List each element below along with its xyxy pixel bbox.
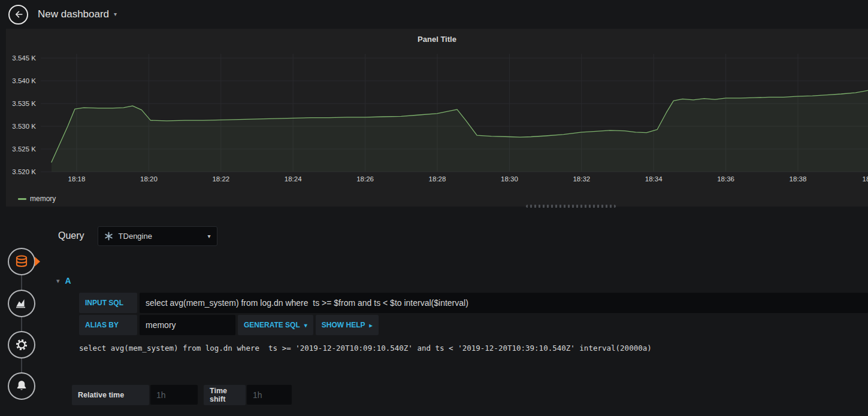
svg-text:3.540 K: 3.540 K [12,77,36,84]
tab-queries[interactable] [8,248,35,275]
input-sql-input[interactable] [140,293,868,313]
relative-time-input[interactable] [150,385,198,405]
chevron-down-icon: ▾ [114,11,117,17]
query-section-label: Query [58,230,84,241]
show-help-button[interactable]: SHOW HELP ▸ [316,315,379,335]
top-bar: New dashboard ▾ [0,0,868,29]
time-series-chart[interactable]: 3.545 K3.540 K3.535 K3.530 K3.525 K3.520… [6,29,868,207]
input-sql-row: INPUT SQL [79,293,868,313]
tdengine-logo-icon [104,232,113,241]
tab-alert[interactable] [8,372,35,400]
svg-text:18:36: 18:36 [717,175,734,183]
query-ref-letter: A [65,276,71,286]
svg-text:18:30: 18:30 [501,175,518,183]
datasource-picker[interactable]: TDengine ▾ [98,226,217,246]
dashboard-title: New dashboard [38,8,109,20]
alias-by-row: ALIAS BY GENERATE SQL ▾ SHOW HELP ▸ [79,315,868,335]
time-shift-label: Time shift [204,385,246,405]
svg-text:18:32: 18:32 [573,175,590,183]
back-button[interactable] [8,5,28,25]
horizontal-scrollbar[interactable] [526,205,616,208]
legend-item-memory[interactable]: memory [18,195,56,203]
legend-color-swatch [18,198,26,200]
svg-text:3.530 K: 3.530 K [12,123,36,130]
active-tab-arrow [35,257,40,266]
svg-text:3.545 K: 3.545 K [12,54,36,62]
graph-icon [14,296,29,311]
alias-by-label: ALIAS BY [79,315,137,335]
legend-label: memory [30,195,56,203]
svg-text:18:34: 18:34 [645,175,663,183]
dashboard-title-menu[interactable]: New dashboard ▾ [38,8,117,20]
grafana-dashboard-edit: { "colors": { "page_bg": "#161719", "pan… [0,0,868,416]
datasource-name: TDengine [119,232,152,241]
query-row-header[interactable]: ▾ A [56,272,862,289]
tab-visualization[interactable] [8,290,35,317]
svg-text:18:38: 18:38 [790,175,807,183]
svg-text:18:22: 18:22 [212,175,229,183]
svg-text:3.520 K: 3.520 K [12,168,36,175]
input-sql-label: INPUT SQL [79,293,137,313]
chevron-down-icon: ▾ [304,322,307,329]
generate-sql-button[interactable]: GENERATE SQL ▾ [238,315,313,335]
svg-text:18:28: 18:28 [429,175,446,183]
svg-text:3.525 K: 3.525 K [12,145,36,153]
database-icon [14,254,29,269]
tab-general[interactable] [8,331,35,359]
chevron-down-icon: ▾ [208,233,211,239]
back-arrow-icon [13,8,25,20]
alias-by-input[interactable] [140,315,235,335]
query-section-header: Query TDengine ▾ [58,226,217,246]
collapse-caret-icon[interactable]: ▾ [56,277,60,285]
svg-text:18: 18 [863,175,868,183]
svg-text:18:20: 18:20 [140,175,158,183]
svg-text:18:18: 18:18 [68,175,86,183]
time-options-row: Relative time Time shift [72,385,298,405]
time-shift-input[interactable] [247,385,292,405]
bell-icon [14,379,29,393]
svg-text:18:26: 18:26 [356,175,374,183]
generated-sql-text: select avg(mem_system) from log.dn where… [79,341,652,354]
relative-time-label: Relative time [72,385,149,405]
graph-panel: Panel Title 3.545 K3.540 K3.535 K3.530 K… [6,29,868,207]
svg-text:18:24: 18:24 [285,175,302,183]
svg-text:3.535 K: 3.535 K [12,100,36,107]
chevron-right-icon: ▸ [370,322,373,329]
tab-connector-line [21,262,22,386]
gear-icon [14,338,29,352]
